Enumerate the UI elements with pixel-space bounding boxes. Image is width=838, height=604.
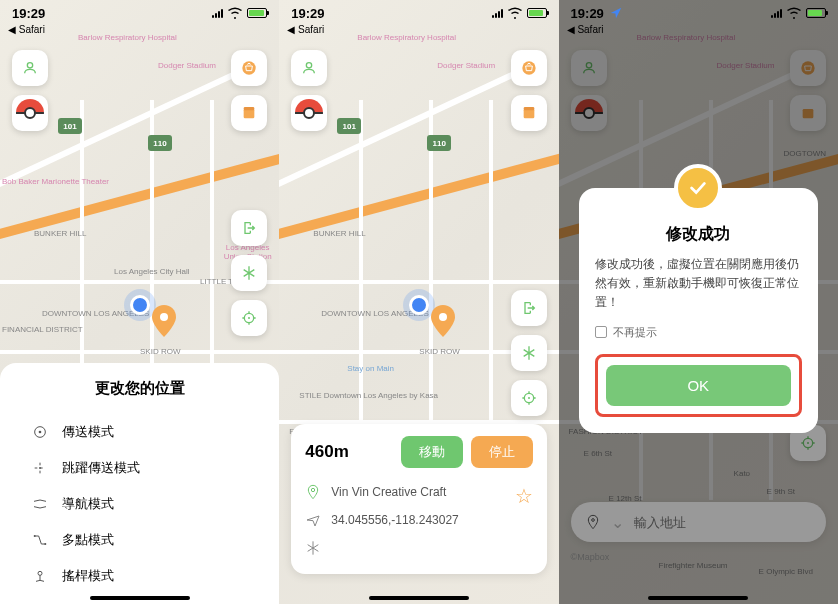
svg-point-11 xyxy=(44,543,46,545)
poi-label: Barlow Respiratory Hospital xyxy=(357,34,456,43)
distance-value: 460m xyxy=(305,442,348,462)
battery-icon xyxy=(806,8,826,18)
svg-point-10 xyxy=(34,535,36,537)
mode-jump-teleport[interactable]: 跳躍傳送模式 xyxy=(0,450,279,486)
poi-label: Dodger Stadium xyxy=(437,62,495,71)
pokeball-icon xyxy=(16,99,44,127)
storage-button[interactable] xyxy=(511,95,547,131)
poi-label: Los Angeles City Hall xyxy=(114,268,190,277)
cooldown-row xyxy=(305,534,532,562)
pokeball-icon xyxy=(295,99,323,127)
hwy-marker: 110 xyxy=(427,135,451,151)
exit-button[interactable] xyxy=(511,290,547,326)
pokeball-button[interactable] xyxy=(291,95,327,131)
svg-point-9 xyxy=(39,467,41,469)
status-bar: 19:29 xyxy=(559,0,838,26)
svg-point-20 xyxy=(312,488,315,491)
storage-button[interactable] xyxy=(231,95,267,131)
svg-rect-15 xyxy=(523,109,534,118)
mode-select-sheet: 更改您的位置 傳送模式 跳躍傳送模式 導航模式 多點模式 搖桿模式 xyxy=(0,363,279,604)
place-row: Vin Vin Creative Craft xyxy=(305,478,532,506)
svg-point-6 xyxy=(160,313,168,321)
svg-rect-3 xyxy=(244,107,255,110)
favorite-button[interactable]: ☆ xyxy=(515,484,533,508)
wifi-icon xyxy=(786,5,802,21)
safari-back[interactable]: ◀ Safari xyxy=(567,24,604,35)
battery-icon xyxy=(527,8,547,18)
cooldown-button[interactable] xyxy=(231,255,267,291)
user-location-dot xyxy=(130,295,150,315)
success-modal: 修改成功 修改成功後，虛擬位置在關閉應用後仍然有效，重新啟動手機即可恢復正常位置… xyxy=(579,188,818,433)
mode-joystick[interactable]: 搖桿模式 xyxy=(0,558,279,594)
status-time: 19:29 xyxy=(291,6,324,21)
svg-point-5 xyxy=(248,317,250,319)
destination-pin[interactable] xyxy=(152,305,176,337)
poi-label: STILE Downtown Los Angeles by Kasa xyxy=(299,392,438,401)
home-indicator[interactable] xyxy=(369,596,469,600)
shop-button[interactable] xyxy=(511,50,547,86)
poi-label: Bob Baker Marionette Theater xyxy=(2,178,109,187)
pokeball-button[interactable] xyxy=(12,95,48,131)
poi-label: Stay on Main xyxy=(347,365,394,374)
svg-point-19 xyxy=(439,313,447,321)
success-check-icon xyxy=(674,164,722,212)
mode-navigate[interactable]: 導航模式 xyxy=(0,486,279,522)
signal-icon xyxy=(212,9,223,18)
area-label: FINANCIAL DISTRICT xyxy=(2,326,83,335)
home-indicator[interactable] xyxy=(90,596,190,600)
poi-label: Barlow Respiratory Hospital xyxy=(78,34,177,43)
svg-point-0 xyxy=(27,63,32,68)
destination-pin[interactable] xyxy=(431,305,455,337)
status-time: 19:29 xyxy=(12,6,45,21)
wifi-icon xyxy=(507,5,523,21)
area-label: SKID ROW xyxy=(419,348,459,357)
svg-rect-16 xyxy=(523,107,534,110)
cooldown-button[interactable] xyxy=(511,335,547,371)
screen-mode-selection: 101 110 Barlow Respiratory Hospital Dodg… xyxy=(0,0,279,604)
hwy-marker: 101 xyxy=(337,118,361,134)
battery-icon xyxy=(247,8,267,18)
safari-back[interactable]: ◀ Safari xyxy=(8,24,45,35)
locate-button[interactable] xyxy=(511,380,547,416)
status-bar: 19:29 xyxy=(0,0,279,26)
svg-point-8 xyxy=(39,431,42,434)
coords-row: 34.045556,-118.243027 xyxy=(305,506,532,534)
svg-point-18 xyxy=(528,397,530,399)
modal-title: 修改成功 xyxy=(595,224,802,245)
screen-route-info: 101 110 Barlow Respiratory Hospital Dodg… xyxy=(279,0,558,604)
locate-button[interactable] xyxy=(231,300,267,336)
hwy-marker: 101 xyxy=(58,118,82,134)
profile-button[interactable] xyxy=(291,50,327,86)
hwy-marker: 110 xyxy=(148,135,172,151)
mode-teleport[interactable]: 傳送模式 xyxy=(0,414,279,450)
signal-icon xyxy=(771,9,782,18)
route-info-card: 460m 移動 停止 Vin Vin Creative Craft 34.045… xyxy=(291,424,546,574)
wifi-icon xyxy=(227,5,243,21)
modal-body: 修改成功後，虛擬位置在關閉應用後仍然有效，重新啟動手機即可恢復正常位置！ xyxy=(595,255,802,313)
screen-success-modal: Barlow Respiratory Hospital Dodger Stadi… xyxy=(559,0,838,604)
svg-rect-2 xyxy=(244,109,255,118)
location-active-icon xyxy=(609,6,623,20)
status-time: 19:29 xyxy=(571,6,604,21)
ok-highlight: OK xyxy=(595,354,802,417)
mode-multipoint[interactable]: 多點模式 xyxy=(0,522,279,558)
dont-show-checkbox[interactable]: 不再提示 xyxy=(595,325,802,340)
shop-button[interactable] xyxy=(231,50,267,86)
area-label: BUNKER HILL xyxy=(313,230,365,239)
signal-icon xyxy=(492,9,503,18)
profile-button[interactable] xyxy=(12,50,48,86)
checkbox-icon xyxy=(595,326,607,338)
sheet-title: 更改您的位置 xyxy=(0,379,279,398)
safari-back[interactable]: ◀ Safari xyxy=(287,24,324,35)
exit-button[interactable] xyxy=(231,210,267,246)
svg-point-12 xyxy=(38,571,42,575)
stop-button[interactable]: 停止 xyxy=(471,436,533,468)
move-button[interactable]: 移動 xyxy=(401,436,463,468)
ok-button[interactable]: OK xyxy=(606,365,791,406)
poi-label: Dodger Stadium xyxy=(158,62,216,71)
area-label: BUNKER HILL xyxy=(34,230,86,239)
svg-point-13 xyxy=(307,63,312,68)
status-bar: 19:29 xyxy=(279,0,558,26)
area-label: SKID ROW xyxy=(140,348,180,357)
